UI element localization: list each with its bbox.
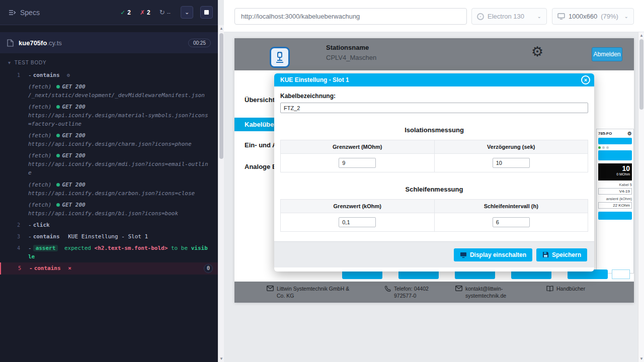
scroll-down-icon[interactable]: ▼ — [638, 356, 644, 361]
reporter-header: Specs ✓ 2 ✗ 2 ↻ -- ⌄ — [0, 0, 218, 25]
nav-item-uebersicht[interactable]: Übersicht — [245, 96, 275, 104]
assert-selector: <h2.text-sm.font-bold> — [95, 245, 168, 251]
viewport-select[interactable]: 1000x660 (79%) ⌄ — [552, 8, 634, 25]
chevron-down-icon: ⌄ — [537, 14, 541, 19]
led-gray — [606, 146, 609, 149]
close-icon[interactable]: × — [581, 75, 590, 84]
contains-argument: KUE Einstellung - Slot 1 — [68, 233, 148, 240]
slot-button-partial[interactable] — [598, 212, 632, 220]
grenzwert-mohm-input[interactable] — [339, 158, 376, 168]
phone-icon — [385, 286, 391, 292]
app-header: Stationsname CPLV4_Maschen ⚙ Abmelden — [234, 38, 634, 70]
cable-name-input[interactable] — [280, 103, 588, 113]
schleifen-section-title: Schleifenmessung — [280, 186, 588, 193]
url-input[interactable] — [234, 8, 467, 25]
col-schleifenintervall: Schleifenintervall (h) — [434, 200, 588, 213]
viewport-zoom: (79%) — [601, 13, 618, 20]
station-info: Stationsname CPLV4_Maschen — [326, 44, 376, 61]
test-stats: ✓ 2 ✗ 2 ↻ -- — [117, 7, 174, 18]
collapse-button[interactable]: ⌄ — [181, 6, 193, 19]
test-body-label: TEST BODY — [15, 60, 47, 65]
stat-pending: ↻ -- — [156, 7, 174, 18]
aut-panel: Electron 130 ⌄ 1000x660 (79%) ⌄ — [224, 0, 644, 362]
success-dot-icon — [56, 105, 60, 109]
scrollbar-thumb[interactable] — [219, 33, 223, 159]
screen: Specs ✓ 2 ✗ 2 ↻ -- ⌄ — [0, 0, 644, 362]
footer-phone: Telefon: 04402 972577-0 — [385, 285, 446, 299]
fetch-row[interactable]: (fetch)GET 200 /_next/static/development… — [0, 81, 218, 101]
fetch-row[interactable]: (fetch)GET 200 https://api.iconify.desig… — [0, 179, 218, 199]
footer-manuals[interactable]: Handbücher — [546, 285, 585, 292]
slot-lcd-display: 10 0 MOhm — [598, 163, 632, 180]
mail-icon — [267, 286, 274, 291]
slot-card-partial: 785-FO ⚙ 10 0 MOhm Kabel 5 V4-19 ansient… — [596, 129, 634, 274]
isolation-table: Grenzwert (MOhm) Verzögerung (sek) — [280, 140, 588, 172]
grenzwert-kohm-input[interactable] — [339, 217, 376, 227]
display-on-button[interactable]: Display einschalten — [454, 248, 532, 261]
slot-gear-icon[interactable]: ⚙ — [627, 131, 632, 136]
modal-footer: Display einschalten Speichern — [274, 241, 594, 267]
schleifenintervall-input[interactable] — [493, 217, 530, 227]
scroll-up-icon[interactable]: ▲ — [638, 33, 644, 38]
fetch-row[interactable]: (fetch)GET 200 https://api.iconify.desig… — [0, 199, 218, 219]
viewport-size: 1000x660 — [569, 13, 597, 20]
nav-item-analoge-eingaenge[interactable]: Analoge Ei — [245, 163, 278, 170]
page-scrollbar[interactable]: ▲ ▼ — [638, 32, 644, 362]
cable-name-label: Kabelbezeichnung: — [280, 93, 588, 100]
command-row-contains-1[interactable]: 1 -contains ⚙ — [0, 69, 218, 81]
slot-bar — [598, 138, 632, 144]
command-row-click[interactable]: 2 -click — [0, 219, 218, 231]
footer-email[interactable]: kontakt@littwin-systemtechnik.de — [455, 285, 511, 299]
file-icon — [7, 39, 14, 47]
display-icon — [460, 252, 467, 258]
success-dot-icon — [56, 85, 60, 88]
command-log: 1 -contains ⚙ (fetch)GET 200 /_next/stat… — [0, 69, 218, 275]
success-dot-icon — [56, 154, 60, 157]
command-row-contains-2[interactable]: 3 -contains KUE Einstellung - Slot 1 — [0, 231, 218, 242]
command-row-assert[interactable]: 4 -assert expected <h2.text-sm.font-bold… — [0, 242, 218, 262]
chevron-down-icon: ⌄ — [185, 9, 189, 16]
test-body-toggle[interactable]: ▾ TEST BODY — [0, 53, 218, 69]
fetch-row[interactable]: (fetch)GET 200 https://api.iconify.desig… — [0, 101, 218, 130]
schleifen-table: Grenzwert (kOhm) Schleifenintervall (h) — [280, 199, 588, 232]
application-frame: Stationsname CPLV4_Maschen ⚙ Abmelden Üb… — [234, 38, 634, 303]
refresh-icon: ↻ — [159, 9, 165, 16]
logout-button[interactable]: Abmelden — [592, 47, 622, 61]
cross-icon: ✗ — [140, 9, 145, 16]
spec-name: kue705fo.cy.ts — [19, 39, 62, 47]
littwin-logo — [270, 47, 290, 68]
col-verzoegerung: Verzögerung (sek) — [434, 140, 588, 154]
verzoegerung-input[interactable] — [493, 158, 530, 168]
specs-menu-icon[interactable] — [8, 9, 16, 17]
gear-icon: ⚙ — [67, 72, 70, 78]
command-row-contains-failed[interactable]: 5 -contains × 0 — [0, 262, 218, 275]
browser-select[interactable]: Electron 130 ⌄ — [471, 8, 547, 25]
cypress-reporter: Specs ✓ 2 ✗ 2 ↻ -- ⌄ — [0, 0, 218, 362]
book-icon — [546, 286, 553, 292]
save-button[interactable]: Speichern — [536, 248, 587, 261]
scrollbar-thumb[interactable] — [639, 39, 643, 110]
app-footer: Littwin Systemtechnik GmbH & Co. KG Tele… — [234, 282, 634, 303]
fetch-row[interactable]: (fetch)GET 200 https://api.iconify.desig… — [0, 130, 218, 150]
assert-badge: assert — [33, 245, 58, 251]
browser-bar: Electron 130 ⌄ 1000x660 (79%) ⌄ — [224, 0, 644, 32]
slot-title: 785-FO — [598, 131, 612, 136]
reporter-scrollbar[interactable]: ▲ ▼ — [218, 25, 224, 362]
chevron-down-icon: ⌄ — [624, 14, 628, 19]
mail-icon — [455, 286, 462, 291]
slot-unit-label: ansient (kOhm) — [598, 197, 632, 201]
settings-gear-icon[interactable]: ⚙ — [531, 45, 543, 59]
stop-button[interactable] — [200, 6, 213, 19]
led-green — [598, 146, 601, 149]
spec-file-row[interactable]: kue705fo.cy.ts 00:25 — [0, 32, 218, 53]
floppy-icon — [542, 251, 549, 258]
fetch-row[interactable]: (fetch)GET 200 https://api.iconify.desig… — [0, 150, 218, 178]
monitor-icon — [557, 13, 565, 20]
slot-status-leds — [598, 146, 632, 149]
fail-x-icon: × — [68, 265, 71, 272]
success-dot-icon — [56, 134, 60, 137]
specs-title: Specs — [20, 9, 40, 17]
led-gray — [602, 146, 605, 149]
success-dot-icon — [56, 203, 60, 207]
electron-icon — [477, 13, 484, 20]
